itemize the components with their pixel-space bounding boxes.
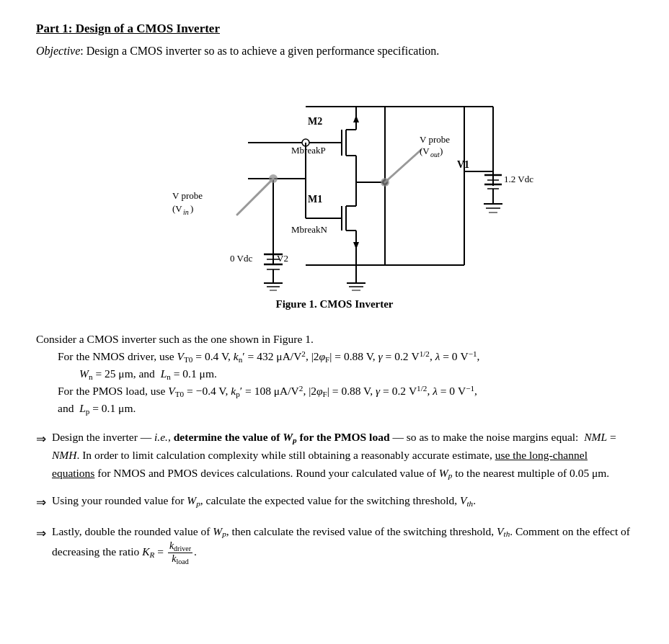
- svg-text:V2: V2: [277, 253, 288, 264]
- part-title: Part 1: Design of a CMOS Inverter: [36, 22, 633, 36]
- arrow-text-3: Lastly, double the rounded value of Wp, …: [52, 523, 633, 565]
- page-container: Part 1: Design of a CMOS Inverter Object…: [36, 22, 633, 565]
- svg-text:MbreakN: MbreakN: [291, 224, 327, 235]
- arrow-symbol-1: ⇒: [36, 429, 46, 449]
- svg-text:out: out: [430, 151, 440, 158]
- svg-text:0 Vdc: 0 Vdc: [230, 253, 252, 264]
- arrow-block-1: ⇒ Design the inverter — i.e., determine …: [36, 429, 633, 482]
- svg-text:V probe: V probe: [420, 134, 450, 145]
- svg-text:M2: M2: [308, 116, 322, 127]
- circuit-diagram: M2 MbreakP M1 MbreakN V probe (V out ) V…: [133, 71, 536, 294]
- part-colon: : Design of a CMOS Inverter: [68, 22, 220, 35]
- svg-text:): ): [190, 203, 193, 214]
- arrow-text-2: Using your rounded value for Wp, calcula…: [52, 492, 633, 510]
- figure-container: M2 MbreakP M1 MbreakN V probe (V out ) V…: [36, 71, 633, 323]
- svg-text:M1: M1: [308, 194, 322, 205]
- svg-text:(V: (V: [172, 203, 182, 214]
- kr-fraction: kdriver kload: [168, 540, 192, 565]
- arrow-block-2: ⇒ Using your rounded value for Wp, calcu…: [36, 492, 633, 512]
- objective-label: Objective: [36, 45, 80, 57]
- figure-caption: Figure 1. CMOS Inverter: [275, 298, 393, 310]
- arrow-symbol-2: ⇒: [36, 493, 46, 512]
- arrow-block-3: ⇒ Lastly, double the rounded value of Wp…: [36, 523, 633, 565]
- svg-text:(V: (V: [420, 146, 430, 156]
- svg-text:1.2 Vdc: 1.2 Vdc: [504, 174, 533, 184]
- arrow-symbol-3: ⇒: [36, 524, 46, 543]
- pmos-params: For the PMOS load, use VT0 = −0.4 V, kp′…: [58, 383, 633, 400]
- pmos-lp: and Lp = 0.1 μm.: [58, 400, 633, 417]
- svg-text:in: in: [183, 208, 189, 216]
- svg-line-56: [237, 179, 273, 215]
- svg-marker-22: [353, 242, 359, 249]
- svg-marker-11: [353, 115, 359, 122]
- nmos-params: For the NMOS driver, use VT0 = 0.4 V, kn…: [58, 348, 633, 365]
- arrow-text-1: Design the inverter — i.e., determine th…: [52, 429, 633, 482]
- kr-denominator: kload: [170, 553, 190, 565]
- svg-text:MbreakP: MbreakP: [291, 145, 326, 156]
- nmos-wp-wn: Wn = 25 μm, and Ln = 0.1 μm.: [79, 365, 633, 383]
- consider-block: Consider a CMOS inverter such as the one…: [36, 331, 633, 417]
- consider-intro: Consider a CMOS inverter such as the one…: [36, 331, 633, 348]
- part-label: Part 1: [36, 22, 68, 35]
- objective-text: : Design a CMOS inverter so as to achiev…: [80, 45, 439, 57]
- svg-point-54: [381, 178, 389, 187]
- objective-line: Objective: Design a CMOS inverter so as …: [36, 45, 633, 58]
- svg-line-53: [385, 150, 421, 182]
- long-channel-underline: use the long-channel equations: [52, 449, 588, 479]
- kr-numerator: kdriver: [168, 540, 192, 553]
- svg-text:V1: V1: [457, 159, 469, 170]
- svg-text:V probe: V probe: [172, 190, 203, 201]
- svg-text:): ): [440, 146, 443, 156]
